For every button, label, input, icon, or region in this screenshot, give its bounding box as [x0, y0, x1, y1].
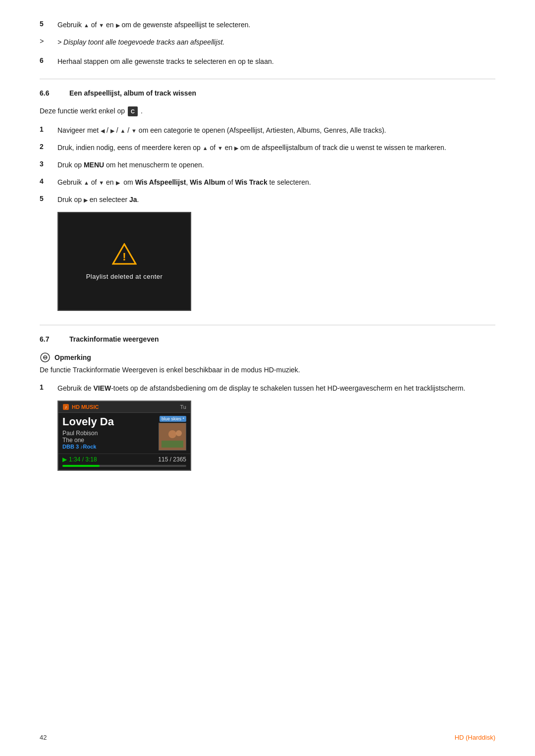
album-thumbnail [159, 423, 186, 451]
progress-bar-bg [62, 465, 186, 467]
intro-66-dot: . [141, 106, 143, 116]
hd-time: ▶ 1:34 / 3:18 [62, 456, 97, 463]
hd-body-left: Lovely Da Paul Robison The one DBB 3 ♪Ro… [62, 416, 155, 451]
page-footer: 42 HD (Harddisk) [40, 734, 495, 741]
step-67-1: 1 Gebruik de VIEW-toets op de afstandsbe… [40, 383, 495, 394]
step-num-67-1: 1 [40, 383, 57, 391]
opmerking-label: Opmerking [54, 353, 91, 361]
step-66-4: 4 Gebruik ▲ of ▼ en ▶ om Wis Afspeellijs… [40, 177, 495, 188]
right-arrow-5-icon: ▶ [84, 196, 88, 204]
hd-header-right: Tu [180, 404, 186, 410]
section-67-title: Trackinformatie weergeven [69, 335, 159, 343]
album-art-svg [159, 423, 186, 450]
step-67-1-content: Gebruik de VIEW-toets op de afstandsbedi… [57, 383, 495, 394]
right-arrow-4-icon: ▶ [116, 179, 120, 187]
playlist-deleted-screen: ! Playlist deleted at center [57, 212, 191, 311]
intro-66: Deze functie werkt enkel op C . [40, 106, 495, 116]
wis-track: Wis Track [235, 178, 267, 186]
time-value: 1:34 / 3:18 [69, 456, 97, 463]
right-arrow-icon: ▶ [116, 21, 120, 30]
note-icon-svg: ⊖ [40, 352, 51, 363]
svg-point-7 [168, 430, 176, 438]
hd-header: ♪ HD MUSIC Tu [58, 402, 190, 413]
hd-header-left: ♪ HD MUSIC [62, 403, 99, 410]
step-num-66-3: 3 [40, 160, 57, 168]
divider-2 [40, 325, 495, 325]
down-arrow-icon: ▼ [99, 21, 104, 30]
up-arrow-2-icon: ▲ [120, 127, 126, 135]
section-67-num: 6.7 [40, 335, 69, 343]
play-icon: ▶ [62, 456, 67, 463]
step-66-3-content: Druk op MENU om het menuscherm te openen… [57, 160, 495, 170]
up-arrow-icon: ▲ [84, 21, 89, 30]
opmerking-title: ⊖ Opmerking [40, 352, 495, 363]
right-arrow-3-icon: ▶ [234, 144, 238, 152]
step-num-6: 6 [40, 56, 57, 64]
opmerking-text: De functie Trackinformatie Weergeven is … [40, 365, 495, 375]
hd-header-label: HD MUSIC [72, 404, 99, 410]
italic-text: > Display toont alle toegevoede tracks a… [57, 37, 224, 48]
screen-message: Playlist deleted at center [86, 273, 163, 280]
hd-track: The one [62, 437, 155, 444]
opmerking-icon: ⊖ [40, 352, 51, 363]
step-66-1: 1 Navigeer met ◀ / ▶ / ▲ / ▼ om een cate… [40, 125, 495, 136]
step-num-66-5: 5 [40, 195, 57, 202]
section-66-num: 6.6 [40, 89, 69, 97]
up-arrow-4-icon: ▲ [84, 179, 89, 187]
svg-point-9 [176, 430, 182, 436]
progress-bar-container [58, 465, 190, 470]
page-hd-label: HD (Harddisk) [455, 734, 495, 741]
hd-footer: ▶ 1:34 / 3:18 115 / 2365 [58, 454, 190, 465]
down-arrow-4-icon: ▼ [99, 179, 104, 187]
svg-text:⊖: ⊖ [43, 354, 48, 361]
hd-artist: Paul Robison [62, 430, 155, 437]
menu-label: MENU [84, 161, 104, 169]
view-label: VIEW [93, 384, 111, 392]
section-66-header: 6.6 Een afspeellijst, album of track wis… [40, 89, 495, 97]
wis-afspeellijst: Wis Afspeellijst [135, 178, 186, 186]
step-66-5-content: Druk op ▶ en selecteer Ja. [57, 195, 495, 205]
step-num-5-top: 5 [40, 20, 57, 28]
svg-text:♪: ♪ [65, 404, 67, 409]
warning-icon: ! [112, 243, 137, 265]
step-6-content: Herhaal stappen om alle gewenste tracks … [57, 56, 495, 67]
step-66-2: 2 Druk, indien nodig, eens of meerdere k… [40, 143, 495, 153]
step-5-top-content: Gebruik ▲ of ▼ en ▶ om de gewenste afspe… [57, 20, 495, 30]
music-note-icon: ♪ [62, 403, 69, 410]
hd-dbb: DBB 3 ♪Rock [62, 444, 155, 450]
down-arrow-2-icon: ▼ [131, 127, 137, 135]
section-67-header: 6.7 Trackinformatie weergeven [40, 335, 495, 343]
arrow-marker: > [40, 37, 57, 45]
page-number: 42 [40, 734, 47, 741]
right-arrow-2-icon: ▶ [110, 127, 114, 135]
svg-text:!: ! [122, 251, 126, 263]
up-arrow-3-icon: ▲ [203, 144, 208, 152]
hd-title: Lovely Da [62, 416, 155, 428]
step-66-1-content: Navigeer met ◀ / ▶ / ▲ / ▼ om een catego… [57, 125, 495, 136]
step-6: 6 Herhaal stappen om alle gewenste track… [40, 56, 495, 67]
step-num-66-4: 4 [40, 177, 57, 185]
progress-bar-fill [62, 465, 100, 467]
lc-icon: C [128, 106, 138, 116]
hd-music-screen: ♪ HD MUSIC Tu Lovely Da Paul Robison The… [57, 401, 191, 471]
hd-body-right: blue skies * [159, 416, 186, 451]
divider-1 [40, 79, 495, 79]
intro-66-text: Deze functie werkt enkel op [40, 106, 125, 116]
wis-album: Wis Album [190, 178, 225, 186]
step-num-66-2: 2 [40, 143, 57, 151]
step-66-2-content: Druk, indien nodig, eens of meerdere ker… [57, 143, 495, 153]
left-arrow-icon: ◀ [101, 127, 105, 135]
step-num-66-1: 1 [40, 125, 57, 133]
step-66-5: 5 Druk op ▶ en selecteer Ja. [40, 195, 495, 205]
opmerking-block: ⊖ Opmerking De functie Trackinformatie W… [40, 352, 495, 375]
step-66-3: 3 Druk op MENU om het menuscherm te open… [40, 160, 495, 170]
step-66-4-content: Gebruik ▲ of ▼ en ▶ om Wis Afspeellijst,… [57, 177, 495, 188]
section-66-title: Een afspeellijst, album of track wissen [69, 89, 196, 97]
step-5-top: 5 Gebruik ▲ of ▼ en ▶ om de gewenste afs… [40, 20, 495, 30]
hd-track-num: 115 / 2365 [158, 456, 186, 463]
hd-body: Lovely Da Paul Robison The one DBB 3 ♪Ro… [58, 413, 190, 454]
italic-note: > > Display toont alle toegevoede tracks… [40, 37, 495, 48]
svg-rect-8 [161, 441, 183, 448]
ja-label: Ja [129, 196, 137, 203]
blue-skies-tag: blue skies * [160, 416, 186, 422]
